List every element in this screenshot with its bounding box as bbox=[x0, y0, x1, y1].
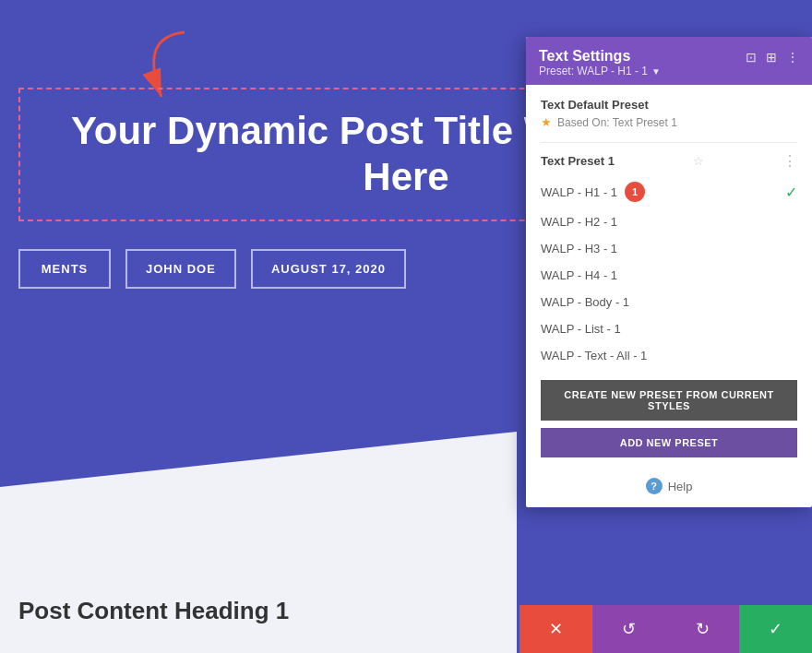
preset-item-left: WALP - H1 - 1 1 bbox=[541, 182, 785, 202]
save-button[interactable]: ✓ bbox=[739, 605, 812, 653]
panel-body: Text Default Preset ★ Based On: Text Pre… bbox=[526, 85, 812, 369]
add-preset-button[interactable]: ADD NEW PRESET bbox=[541, 428, 797, 457]
panel-title: Text Settings bbox=[539, 48, 661, 65]
preset-item-left: WALP - Text - All - 1 bbox=[541, 349, 797, 362]
star-icon: ★ bbox=[541, 115, 552, 129]
preset-name: WALP - List - 1 bbox=[541, 322, 621, 336]
preset-label-text: Preset: WALP - H1 - 1 bbox=[539, 65, 648, 77]
preset-name: WALP - H4 - 1 bbox=[541, 268, 617, 282]
preset-name: WALP - H1 - 1 bbox=[541, 185, 617, 199]
based-on-text: Based On: Text Preset 1 bbox=[557, 116, 677, 129]
preset-name: WALP - H3 - 1 bbox=[541, 242, 617, 255]
comments-button[interactable]: MENTS bbox=[18, 249, 111, 289]
default-preset-label: Text Default Preset bbox=[541, 98, 797, 112]
panel-preset-selector[interactable]: Preset: WALP - H1 - 1 ▼ bbox=[539, 65, 661, 77]
divider-1 bbox=[541, 142, 797, 143]
panel-header: Text Settings Preset: WALP - H1 - 1 ▼ ⊡ … bbox=[526, 37, 812, 85]
help-link[interactable]: ? Help bbox=[526, 469, 812, 507]
panel-title-area: Text Settings Preset: WALP - H1 - 1 ▼ bbox=[539, 48, 661, 77]
preset-item-walp-h4-1[interactable]: WALP - H4 - 1 bbox=[541, 262, 797, 289]
preset-item-walp-list-1[interactable]: WALP - List - 1 bbox=[541, 315, 797, 342]
close-button[interactable]: ✕ bbox=[519, 605, 592, 653]
preset-item-left: WALP - Body - 1 bbox=[541, 295, 797, 309]
help-text: Help bbox=[668, 480, 693, 493]
preset-item-left: WALP - H3 - 1 bbox=[541, 242, 797, 255]
columns-icon[interactable]: ⊞ bbox=[766, 50, 777, 65]
post-content-heading: Post Content Heading 1 bbox=[18, 597, 289, 625]
based-on-line: ★ Based On: Text Preset 1 bbox=[541, 115, 797, 129]
date-button[interactable]: AUGUST 17, 2020 bbox=[251, 249, 406, 289]
redo-button[interactable]: ↻ bbox=[666, 605, 739, 653]
preset-item-walp-h1-1[interactable]: WALP - H1 - 1 1 ✓ bbox=[541, 175, 797, 208]
preset-item-left: WALP - List - 1 bbox=[541, 322, 797, 336]
preset-item-walp-body-1[interactable]: WALP - Body - 1 bbox=[541, 289, 797, 315]
preset-item-left: WALP - H2 - 1 bbox=[541, 215, 797, 229]
panel-actions: CREATE NEW PRESET FROM CURRENT STYLES AD… bbox=[526, 380, 812, 469]
help-icon: ? bbox=[646, 478, 663, 494]
preset-group-star-icon[interactable]: ☆ bbox=[693, 154, 704, 168]
preset-item-left: WALP - H4 - 1 bbox=[541, 268, 797, 282]
author-button[interactable]: JOHN DOE bbox=[125, 249, 236, 289]
default-preset-section: Text Default Preset ★ Based On: Text Pre… bbox=[541, 98, 797, 129]
preset-name: WALP - Text - All - 1 bbox=[541, 349, 647, 362]
preset-name: WALP - Body - 1 bbox=[541, 295, 629, 309]
preset-item-walp-h2-1[interactable]: WALP - H2 - 1 bbox=[541, 208, 797, 235]
preset-active-badge: 1 bbox=[625, 182, 645, 202]
preset-group-label: Text Preset 1 bbox=[541, 154, 615, 168]
preset-list: WALP - H1 - 1 1 ✓ WALP - H2 - 1 WALP - H… bbox=[541, 175, 797, 369]
create-preset-button[interactable]: CREATE NEW PRESET FROM CURRENT STYLES bbox=[541, 380, 797, 421]
preset-item-walp-h3-1[interactable]: WALP - H3 - 1 bbox=[541, 235, 797, 262]
preset-group-dots-icon[interactable]: ⋮ bbox=[782, 152, 797, 170]
undo-button[interactable]: ↺ bbox=[592, 605, 665, 653]
preset-name: WALP - H2 - 1 bbox=[541, 215, 617, 229]
preset-item-walp-text-all-1[interactable]: WALP - Text - All - 1 bbox=[541, 342, 797, 369]
bottom-toolbar: ✕ ↺ ↻ ✓ bbox=[519, 605, 812, 653]
text-settings-panel: Text Settings Preset: WALP - H1 - 1 ▼ ⊡ … bbox=[526, 37, 812, 507]
preset-check-icon: ✓ bbox=[785, 184, 797, 201]
more-options-icon[interactable]: ⋮ bbox=[786, 50, 799, 65]
resize-icon[interactable]: ⊡ bbox=[746, 50, 757, 65]
panel-header-icons: ⊡ ⊞ ⋮ bbox=[746, 48, 799, 65]
chevron-down-icon: ▼ bbox=[651, 66, 661, 77]
